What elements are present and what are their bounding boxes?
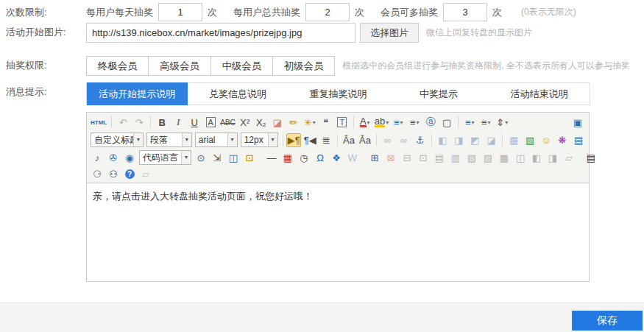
tab-repeat-draw[interactable]: 重复抽奖说明 [288,83,389,105]
case-lower-icon[interactable]: Ǎa [358,133,372,147]
member-extra-unit: 次 [492,6,502,19]
toolbar-separator [431,134,432,146]
heading-select[interactable]: 自定义标题▾ [91,133,144,147]
anchor-inline-icon[interactable]: ⓐ [423,116,438,130]
subscript-icon[interactable]: X₂ [254,116,269,130]
unordered-list-icon[interactable]: ≡▾ [407,116,422,130]
ordered-list-icon[interactable]: ≡▾ [391,116,406,130]
editor-content[interactable]: 亲，请点击进入大转盘抽奖活动页面，祝您好运哦！ [87,183,589,282]
insert-table-icon[interactable]: ⊞ [367,151,382,165]
italic-icon[interactable]: I [171,116,185,130]
font-size-select[interactable]: 12px▾ [241,133,278,147]
limit-group-member: 会员可多抽奖 次 [381,3,502,21]
blockquote-icon[interactable]: ❝ [319,116,333,130]
preview-icon[interactable]: ⚆ [90,167,105,181]
member-extra-input[interactable] [443,3,487,21]
find-replace-icon[interactable]: ⚇ [106,167,121,181]
toolbar-separator [150,116,151,128]
underline-icon[interactable]: U [187,116,202,130]
paste-text-icon[interactable]: T [335,116,350,130]
line-height-icon[interactable]: ⇕▾ [495,116,509,130]
insert-row-above-icon: ▤ [432,151,447,165]
clock-icon[interactable]: ◷ [297,151,311,165]
tab-activity-end[interactable]: 活动结束说明 [489,83,590,105]
save-button[interactable]: 保存 [572,311,643,331]
daily-draw-input[interactable] [158,3,202,21]
font-style-icon[interactable]: A [203,116,218,130]
member-btn-ultimate[interactable]: 终极会员 [86,56,149,76]
map-icon[interactable]: ❖ [329,151,344,165]
indent-icon[interactable]: ≣ [319,133,333,147]
member-btn-middle[interactable]: 中级会员 [210,56,273,76]
link-icon: ∞ [381,133,395,147]
quick-format-icon[interactable]: ✳▾ [302,116,317,130]
print-icon[interactable]: ▤ [584,151,598,165]
calendar-icon[interactable]: ▦ [280,151,295,165]
hr-icon[interactable]: — [264,151,279,165]
case-upper-icon[interactable]: Âa [342,133,356,147]
permission-fields: 终极会员 高级会员 中级会员 初级会员 根据选中的会员组进行参与抽奖资格限制, … [86,56,644,76]
chevron-down-icon: ▾ [227,133,237,146]
tab-redeem-info[interactable]: 兑奖信息说明 [188,83,289,105]
media-icon[interactable]: ▤ [571,133,586,147]
toolbar-separator [502,134,503,146]
rich-text-editor: HTML↶↷BIUAABCX²X₂◪✏✳▾❝TA▾ab▾≡▾≡▾ⓐ▢≡▾≡▾⇕▾… [86,112,590,282]
member-btn-junior[interactable]: 初级会员 [272,56,335,76]
rtl-icon[interactable]: ¶◀ [302,133,317,147]
toolbar-separator [353,116,354,128]
img-align-center-icon: ◨ [451,133,466,147]
total-draw-label: 每用户总共抽奖 [233,6,300,19]
total-draw-input[interactable] [305,3,350,21]
superscript-icon[interactable]: X² [238,116,252,130]
undo-icon: ↶ [116,116,130,130]
font-color-icon[interactable]: A▾ [358,116,372,130]
daily-draw-label: 每用户每天抽奖 [86,6,153,19]
chevron-down-icon: ▾ [313,119,316,126]
word-import-icon: W [345,151,360,165]
font-family-select[interactable]: arial▾ [195,133,238,147]
justify-icon[interactable]: ≡▾ [462,116,477,130]
fullscreen-icon[interactable]: ▣ [570,116,585,130]
pick-image-button[interactable]: 选择图片 [360,23,419,43]
anchor-icon[interactable]: ⚓ [413,133,428,147]
attachment-icon[interactable]: ✇ [106,151,121,165]
iframe-icon[interactable]: ⊡ [242,151,257,165]
palette-icon[interactable]: ❋ [555,133,570,147]
ltr-icon[interactable]: ▶¶ [286,133,301,147]
float-icon[interactable]: ≡▾ [478,116,493,130]
image-hint: 微信上回复转盘的显示图片 [426,23,532,43]
toolbar-row-4: ⚆⚇?▱ [89,166,587,182]
flash-icon[interactable]: ◉ [122,151,137,165]
daily-draw-unit: 次 [208,6,217,19]
redo-icon: ↷ [132,116,146,130]
remove-format-icon[interactable]: ◪ [270,116,285,130]
message-row: 消息提示: 活动开始提示说明 兑奖信息说明 重复抽奖说明 中奖提示 活动结束说明 [0,82,644,105]
message-tabs: 活动开始提示说明 兑奖信息说明 重复抽奖说明 中奖提示 活动结束说明 [86,82,590,105]
pagebreak-icon[interactable]: ⇲ [210,151,224,165]
special-char-icon[interactable]: Ω [313,151,328,165]
paragraph-select[interactable]: 段落▾ [146,133,192,147]
strikethrough-icon[interactable]: ABC [219,116,236,130]
bold-icon[interactable]: B [155,116,169,130]
tab-win-prompt[interactable]: 中奖提示 [389,83,489,105]
columns-icon[interactable]: ◫ [226,151,241,165]
limit-fields: 每用户每天抽奖 次 每用户总共抽奖 次 会员可多抽奖 次 (0表示无限次) [86,3,644,21]
tab-activity-start[interactable]: 活动开始提示说明 [87,82,188,105]
html-source-button[interactable]: HTML [90,116,107,130]
limit-row: 次数限制: 每用户每天抽奖 次 每用户总共抽奖 次 会员可多抽奖 次 (0表示无… [0,3,644,22]
code-icon[interactable]: ⊙ [194,151,208,165]
new-document-icon[interactable]: ▢ [439,116,454,130]
insert-image-icon[interactable]: ▧ [523,133,537,147]
music-icon[interactable]: ♪ [90,151,105,165]
format-painter-icon[interactable]: ✏ [286,116,301,130]
member-btn-senior[interactable]: 高级会员 [148,56,210,76]
chevron-down-icon: ▾ [268,133,277,146]
highlight-color-icon[interactable]: ab▾ [374,116,389,130]
chevron-down-icon: ▾ [505,119,508,126]
chevron-down-icon: ▾ [417,119,420,126]
chevron-down-icon: ▾ [472,119,475,126]
code-language-select[interactable]: 代码语言▾ [139,150,191,165]
help-icon[interactable]: ? [122,167,137,181]
emoticon-icon[interactable]: ☺ [539,133,553,147]
image-url-input[interactable] [86,23,355,43]
